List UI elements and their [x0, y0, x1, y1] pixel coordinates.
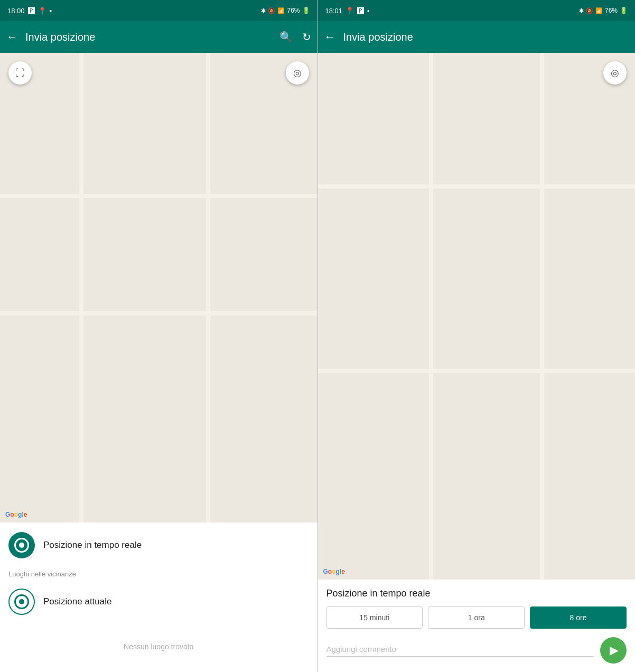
realtime-label: Posizione in tempo reale	[43, 540, 142, 550]
left-map-area: Google ⛶ ◎	[0, 53, 318, 522]
current-label: Posizione attuale	[43, 596, 111, 607]
right-battery-icon: 🔋	[620, 7, 628, 14]
right-bluetooth-icon: ✱	[579, 7, 584, 14]
left-bluetooth-icon: ✱	[261, 7, 266, 14]
nearby-label: Luoghi nelle vicinanze	[0, 568, 318, 582]
left-locate-button[interactable]: ◎	[286, 61, 309, 85]
left-battery-solid-icon: ▪	[50, 7, 52, 15]
right-status-time-group: 18:01 📍 🅿 ▪	[325, 7, 370, 15]
time-btn-15min[interactable]: 15 minuti	[326, 606, 423, 629]
right-status-icons: ✱ 🔕 📶 76% 🔋	[579, 7, 628, 14]
comment-row: Aggiungi commento ▶	[326, 637, 627, 664]
time-btn-1ora[interactable]: 1 ora	[428, 606, 525, 629]
left-bottom-panel: Posizione in tempo reale Luoghi nelle vi…	[0, 522, 318, 672]
right-app-bar-title: Invia posizione	[343, 31, 629, 43]
left-app-bar-icons: 🔍 ↻	[279, 31, 311, 43]
realtime-icon	[8, 532, 35, 558]
right-signal-icon: 📶	[595, 7, 603, 14]
right-parking-icon: 🅿	[357, 7, 364, 15]
right-locate-button[interactable]: ◎	[603, 61, 627, 85]
right-map-area: Google ◎	[318, 53, 636, 580]
current-icon	[8, 589, 35, 615]
right-battery-solid-icon: ▪	[367, 7, 370, 15]
realtime-icon-ring	[14, 538, 29, 553]
right-bottom-panel: Posizione in tempo reale 15 minuti 1 ora…	[318, 580, 636, 672]
left-signal-icon: 📶	[277, 7, 285, 14]
left-expand-button[interactable]: ⛶	[8, 61, 32, 85]
no-places-text: Nessun luogo trovato	[0, 621, 318, 672]
left-map-texture: Google ⛶ ◎	[0, 53, 318, 522]
left-battery-icon: 🔋	[302, 7, 310, 14]
right-battery-pct: 76%	[605, 7, 618, 14]
current-icon-ring	[14, 594, 29, 609]
send-icon: ▶	[610, 643, 619, 657]
left-back-button[interactable]: ←	[6, 30, 18, 44]
right-realtime-title: Posizione in tempo reale	[326, 588, 627, 599]
right-location-icon: 📍	[345, 7, 354, 15]
comment-placeholder: Aggiungi commento	[326, 645, 397, 654]
right-status-bar: 18:01 📍 🅿 ▪ ✱ 🔕 📶 76% 🔋	[318, 0, 636, 21]
left-google-watermark: Google	[5, 511, 27, 518]
realtime-icon-dot	[19, 543, 24, 548]
time-btn-8ore[interactable]: 8 ore	[530, 606, 627, 629]
left-app-bar: ← Invia posizione 🔍 ↻	[0, 21, 318, 53]
right-mute-icon: 🔕	[586, 7, 593, 14]
time-options-group: 15 minuti 1 ora 8 ore	[326, 606, 627, 629]
left-status-time-group: 18:00 🅿 📍 ▪	[7, 7, 52, 15]
right-back-button[interactable]: ←	[324, 30, 336, 44]
left-panel: 18:00 🅿 📍 ▪ ✱ 🔕 📶 76% 🔋 ← Invia posizion…	[0, 0, 318, 672]
send-button[interactable]: ▶	[600, 637, 627, 664]
left-status-icons: ✱ 🔕 📶 76% 🔋	[261, 7, 310, 14]
right-app-bar: ← Invia posizione	[318, 21, 636, 53]
right-map-texture: Google ◎	[318, 53, 636, 580]
search-icon[interactable]: 🔍	[279, 31, 293, 43]
left-app-bar-title: Invia posizione	[25, 31, 272, 43]
left-parking-icon: 🅿	[28, 7, 35, 15]
left-mute-icon: 🔕	[268, 7, 275, 14]
refresh-icon[interactable]: ↻	[302, 31, 311, 43]
comment-input-wrap[interactable]: Aggiungi commento	[326, 645, 594, 657]
left-time: 18:00	[7, 7, 25, 15]
realtime-location-row[interactable]: Posizione in tempo reale	[0, 522, 318, 568]
right-google-watermark: Google	[323, 568, 345, 575]
right-time: 18:01	[325, 7, 343, 15]
right-panel: 18:01 📍 🅿 ▪ ✱ 🔕 📶 76% 🔋 ← Invia posizion…	[318, 0, 636, 672]
left-battery-pct: 76%	[287, 7, 300, 14]
left-location-icon: 📍	[38, 7, 46, 15]
current-location-row[interactable]: Posizione attuale	[0, 582, 318, 621]
current-icon-dot	[19, 599, 24, 604]
left-status-bar: 18:00 🅿 📍 ▪ ✱ 🔕 📶 76% 🔋	[0, 0, 318, 21]
